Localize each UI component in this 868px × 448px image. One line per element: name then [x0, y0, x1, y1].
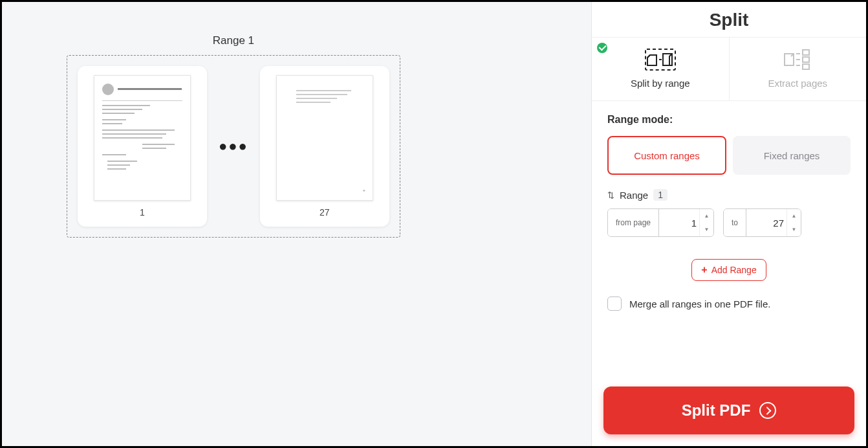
tab-split-by-range[interactable]: Split by range: [592, 38, 729, 100]
merge-checkbox[interactable]: [607, 297, 622, 311]
split-button-label: Split PDF: [682, 401, 751, 420]
plus-icon: +: [701, 264, 707, 276]
range-box: 1 ●●● ✦: [67, 55, 400, 238]
to-label: to: [724, 209, 746, 236]
check-icon: [597, 43, 607, 53]
svg-rect-9: [803, 64, 809, 69]
range-group: Range 1: [67, 34, 400, 238]
split-sidebar: Split Split by range: [591, 2, 866, 446]
to-page-field: to ▲ ▼: [723, 208, 801, 237]
range-mode-label: Range mode:: [607, 114, 851, 126]
to-step-up[interactable]: ▲: [787, 209, 801, 223]
reorder-icon[interactable]: ⇅: [607, 190, 614, 200]
range-mode-section: Range mode: Custom ranges Fixed ranges: [592, 101, 866, 183]
mode-custom-ranges[interactable]: Custom ranges: [607, 136, 726, 175]
add-range-label: Add Range: [711, 265, 757, 275]
to-step-down[interactable]: ▼: [787, 223, 801, 236]
thumb-page-number: 27: [320, 207, 330, 218]
arrow-right-icon: [759, 402, 776, 419]
from-step-up[interactable]: ▲: [700, 209, 713, 223]
from-label: from page: [608, 209, 659, 236]
from-page-field: from page ▲ ▼: [607, 208, 714, 237]
range-word: Range: [620, 190, 648, 201]
svg-rect-8: [803, 57, 809, 62]
tab-label: Extract pages: [735, 78, 862, 89]
page-paper: ✦: [276, 75, 373, 201]
extract-pages-icon: [735, 47, 862, 73]
range-title: Range 1: [67, 34, 400, 47]
mode-fixed-ranges[interactable]: Fixed ranges: [733, 136, 851, 175]
split-tabs: Split by range Extract pages: [592, 38, 866, 101]
range-config: ⇅ Range 1 from page ▲ ▼ to ▲: [592, 183, 866, 241]
add-range-button[interactable]: + Add Range: [691, 259, 766, 281]
split-pdf-button[interactable]: Split PDF: [603, 386, 854, 434]
to-page-input[interactable]: [746, 209, 787, 236]
from-page-input[interactable]: [659, 209, 699, 236]
from-step-down[interactable]: ▼: [700, 223, 713, 236]
merge-label: Merge all ranges in one PDF file.: [629, 298, 770, 309]
thumb-page-number: 1: [140, 207, 145, 218]
split-range-icon: [597, 47, 724, 73]
page-paper: [94, 75, 191, 201]
tab-label: Split by range: [597, 78, 724, 89]
svg-rect-7: [803, 50, 809, 55]
ellipsis-icon: ●●●: [213, 138, 254, 155]
page-thumbnail[interactable]: ✦ 27: [260, 66, 389, 227]
sidebar-title: Split: [592, 2, 866, 38]
page-thumbnail[interactable]: 1: [78, 66, 207, 227]
mode-label: Fixed ranges: [764, 150, 820, 161]
mode-label: Custom ranges: [634, 150, 700, 161]
tab-extract-pages[interactable]: Extract pages: [729, 38, 867, 100]
range-number-badge: 1: [653, 189, 667, 201]
preview-area: Range 1: [2, 2, 591, 446]
